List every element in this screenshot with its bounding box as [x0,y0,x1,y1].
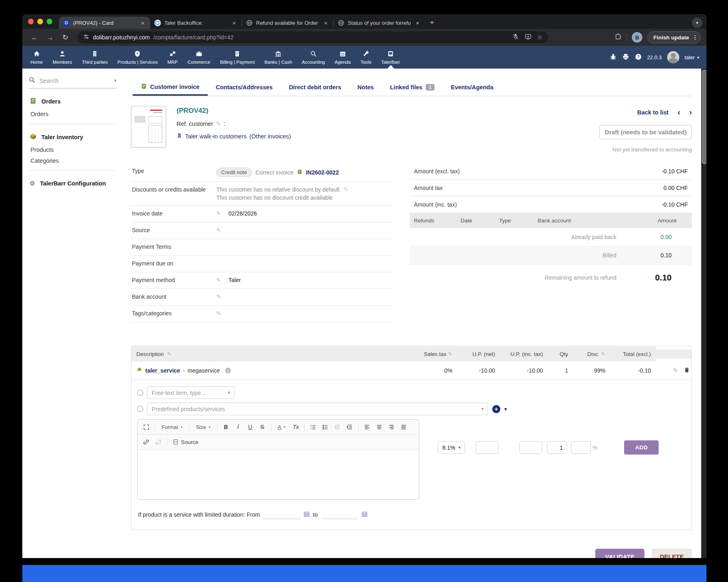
corrected-invoice-link[interactable]: IN2602-0022 [306,169,339,176]
info-icon[interactable]: i [225,368,231,373]
close-window-button[interactable] [28,19,34,24]
finish-update-button[interactable]: Finish update ⋮ [647,31,701,43]
edit-pencil-icon[interactable]: ✎ [216,227,228,233]
tab-contacts-addresses[interactable]: Contacts/Addresses [208,80,281,96]
forward-button[interactable]: → [43,31,56,43]
discount-input[interactable] [571,441,591,454]
browser-tab-3[interactable]: Refund available for Order to × [242,17,333,29]
edit-pencil-icon[interactable]: ✎ [343,186,348,193]
tab-linked-files[interactable]: Linked files 1 [382,80,443,96]
chevron-down-icon[interactable]: ▾ [114,78,116,83]
bug-icon[interactable] [610,53,617,62]
customer-link[interactable]: Taler walk-in customers [185,133,247,140]
delete-button[interactable]: DELETE [652,549,692,558]
minimize-window-button[interactable] [37,19,43,24]
calendar-small-icon[interactable] [304,511,310,518]
browser-tab-4[interactable]: Status of your order forrefund × [334,17,425,29]
nav-item-talerbarr[interactable]: TalerBarr [376,46,405,69]
up-net-input[interactable] [476,441,498,454]
numbered-list-icon[interactable] [308,422,319,432]
already-paid-value[interactable]: 0.00 [627,234,688,240]
underline-button[interactable]: U [245,422,256,432]
install-app-icon[interactable] [525,33,532,41]
nav-item-home[interactable]: Home [26,46,48,69]
format-select[interactable]: Format ▾ [158,422,186,432]
nav-item-banks-cash[interactable]: Banks | Cash [260,46,297,69]
chevron-down-icon[interactable]: ▾ [504,406,507,412]
description-textarea[interactable] [138,450,419,499]
user-menu[interactable]: taler ▾ [685,54,699,60]
close-tab-icon[interactable]: × [231,19,237,26]
scrollbar-thumb[interactable] [702,70,706,164]
search-input[interactable] [39,77,110,84]
close-tab-icon[interactable]: × [323,19,329,26]
duration-from-input[interactable] [263,510,300,519]
maximize-window-button[interactable] [47,19,52,24]
strikethrough-button[interactable]: S [257,422,268,432]
prev-record-icon[interactable]: ‹ [678,108,681,117]
align-left-icon[interactable] [362,422,373,432]
edit-pencil-icon[interactable]: ✎ [216,310,228,317]
tab-customer-invoice[interactable]: Customer invoice [133,79,208,96]
sidebar-search[interactable]: ▾ [29,77,116,88]
tab-events-agenda[interactable]: Events/Agenda [443,80,502,96]
free-text-radio[interactable] [137,390,143,396]
delete-line-icon[interactable] [684,367,690,374]
print-icon[interactable] [622,53,629,62]
qty-input[interactable] [547,441,566,454]
bookmark-star-icon[interactable]: ☆ [537,34,543,41]
product-link[interactable]: taler_service [145,367,180,374]
sidebar-item-categories[interactable]: Categories [30,154,116,165]
close-tab-icon[interactable]: × [140,19,146,26]
align-right-icon[interactable] [386,422,397,432]
edit-pencil-icon[interactable]: ✎ [216,121,221,127]
bold-button[interactable]: B [221,422,231,432]
back-button[interactable]: ← [28,31,41,43]
indent-icon[interactable] [345,422,355,432]
add-product-icon[interactable]: + [492,405,500,413]
remove-format-button[interactable]: Tx [291,422,301,432]
edit-pencil-icon[interactable]: ✎ [216,210,228,217]
validate-button[interactable]: VALIDATE [595,549,644,558]
next-record-icon[interactable]: › [689,108,692,117]
sidebar-item-products[interactable]: Products [30,143,116,154]
address-bar[interactable]: dolibarr.potuzhnyi.com/compta/facture/ca… [78,31,548,43]
italic-button[interactable]: I [233,422,243,432]
nav-item-tools[interactable]: Tools [355,46,376,69]
browser-tab-2[interactable]: Taler Backoffice: × [150,17,241,29]
profile-avatar[interactable]: B [632,32,642,43]
nav-item-members[interactable]: Members [48,46,77,69]
nav-item-mrp[interactable]: MRP [162,46,183,69]
sidebar-item-talerbarr-config[interactable]: TalerBarr Configuration [40,180,106,187]
up-inc-input[interactable] [519,441,542,454]
edit-pencil-icon[interactable]: ✎ [448,351,452,357]
back-to-list-link[interactable]: Back to list [637,109,668,116]
browser-menu-icon[interactable]: ⋮ [692,34,698,41]
close-tab-icon[interactable]: × [414,19,421,26]
user-avatar[interactable] [667,51,679,63]
link-icon[interactable] [141,437,151,447]
nav-item-products-services[interactable]: Products | Services [113,46,163,69]
page-scrollbar[interactable] [701,69,706,558]
outdent-icon[interactable] [332,422,343,432]
nav-item-billing-payment[interactable]: Billing | Payment [215,46,259,69]
extensions-icon[interactable] [614,33,622,42]
predefined-products-select[interactable]: Predefined products/services ▾ [147,403,488,415]
mic-off-icon[interactable] [512,33,519,41]
nav-item-agenda[interactable]: Agenda [330,46,356,69]
new-tab-button[interactable]: + [425,17,439,29]
edit-pencil-icon[interactable]: ✎ [167,351,172,357]
source-button[interactable]: Source [170,439,201,445]
calendar-small-icon[interactable] [362,511,368,518]
nav-item-accounting[interactable]: Accounting [297,46,330,69]
tab-direct-debit-orders[interactable]: Direct debit orders [281,80,349,96]
sidebar-item-orders[interactable]: Orders [30,107,116,118]
justify-icon[interactable] [398,422,409,432]
bullet-list-icon[interactable] [320,422,331,432]
help-icon[interactable]: ? [635,53,642,62]
reload-button[interactable]: ↻ [59,31,72,43]
size-select[interactable]: Size ▾ [193,422,214,432]
align-center-icon[interactable] [374,422,385,432]
invoice-thumbnail[interactable] [131,106,166,147]
duration-to-input[interactable] [321,510,358,519]
